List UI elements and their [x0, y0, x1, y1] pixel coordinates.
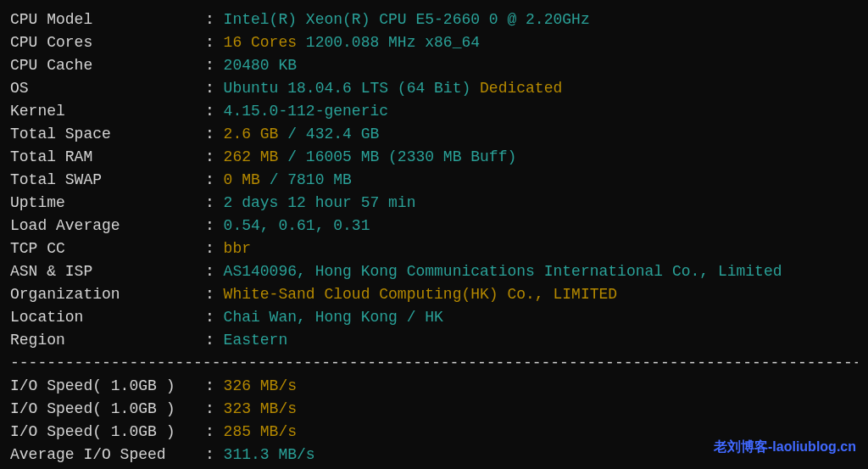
asn-isp-value: AS140096, Hong Kong Communications Inter…	[224, 263, 782, 280]
organization-line: Organization: White-Sand Cloud Computing…	[10, 283, 858, 306]
io-test1-label: I/O Speed( 1.0GB )	[10, 375, 205, 398]
region-line: Region: Eastern	[10, 329, 858, 352]
total-ram-line: Total RAM: 262 MB / 16005 MB (2330 MB Bu…	[10, 146, 858, 169]
io-test2-line: I/O Speed( 1.0GB ): 323 MB/s	[10, 398, 858, 421]
cpu-model-label: CPU Model	[10, 8, 205, 31]
io-test3-label: I/O Speed( 1.0GB )	[10, 421, 205, 444]
organization-value: White-Sand Cloud Computing(HK) Co., LIMI…	[224, 286, 617, 303]
cpu-cache-line: CPU Cache: 20480 KB	[10, 54, 858, 77]
uptime-label: Uptime	[10, 192, 205, 215]
total-swap-label: Total SWAP	[10, 169, 205, 192]
total-space-used: 2.6 GB	[224, 126, 279, 142]
cpu-cores-line: CPU Cores: 16 Cores 1200.088 MHz x86_64	[10, 31, 858, 54]
load-avg-value: 0.54, 0.61, 0.31	[224, 217, 370, 234]
os-line: OS: Ubuntu 18.04.6 LTS (64 Bit) Dedicate…	[10, 77, 858, 100]
cpu-cores-label: CPU Cores	[10, 31, 205, 54]
tcp-cc-label: TCP CC	[10, 237, 205, 260]
region-label: Region	[10, 329, 205, 352]
watermark-cn: 老刘博客	[714, 439, 768, 454]
kernel-label: Kernel	[10, 100, 205, 123]
watermark-en: -laoliublog.cn	[768, 439, 856, 454]
io-test1-value: 326 MB/s	[224, 377, 297, 394]
os-value: Ubuntu 18.04.6 LTS (64 Bit)	[224, 80, 480, 97]
location-value: Chai Wan, Hong Kong / HK	[224, 309, 443, 326]
region-value: Eastern	[224, 332, 288, 349]
kernel-value: 4.15.0-112-generic	[224, 103, 388, 120]
location-label: Location	[10, 306, 205, 329]
total-space-sep: /	[278, 126, 305, 142]
total-space-line: Total Space: 2.6 GB / 432.4 GB	[10, 123, 858, 146]
total-ram-total: 16005 MB	[306, 148, 379, 165]
total-ram-used: 262 MB	[224, 148, 279, 165]
io-avg-value: 311.3 MB/s	[224, 446, 315, 463]
total-space-total: 432.4 GB	[306, 126, 379, 142]
divider-1: ----------------------------------------…	[10, 352, 858, 375]
location-line: Location: Chai Wan, Hong Kong / HK	[10, 306, 858, 329]
total-swap-total: 7810 MB	[287, 171, 352, 188]
total-swap-line: Total SWAP: 0 MB / 7810 MB	[10, 169, 858, 192]
io-test3-value: 285 MB/s	[224, 423, 297, 440]
total-swap-used: 0 MB	[224, 171, 260, 188]
kernel-line: Kernel: 4.15.0-112-generic	[10, 100, 858, 123]
io-avg-label: Average I/O Speed	[10, 444, 205, 466]
io-test1-line: I/O Speed( 1.0GB ): 326 MB/s	[10, 375, 858, 398]
tcp-cc-line: TCP CC: bbr	[10, 237, 858, 260]
io-test2-label: I/O Speed( 1.0GB )	[10, 398, 205, 421]
os-type: Dedicated	[480, 80, 562, 97]
cpu-cores-freq: 1200.088 MHz x86_64	[297, 34, 480, 51]
organization-label: Organization	[10, 283, 205, 306]
total-ram-buff: (2330 MB Buff)	[379, 148, 516, 165]
total-ram-sep: /	[278, 148, 305, 165]
total-ram-label: Total RAM	[10, 146, 205, 169]
cpu-model-line: CPU Model: Intel(R) Xeon(R) CPU E5-2660 …	[10, 8, 858, 31]
cpu-cores-count: 16 Cores	[224, 34, 297, 51]
cpu-cache-value: 20480 KB	[224, 57, 297, 74]
asn-isp-line: ASN & ISP: AS140096, Hong Kong Communica…	[10, 260, 858, 283]
asn-isp-label: ASN & ISP	[10, 260, 205, 283]
watermark: 老刘博客-laoliublog.cn	[714, 437, 856, 457]
load-avg-line: Load Average: 0.54, 0.61, 0.31	[10, 215, 858, 237]
os-label: OS	[10, 77, 205, 100]
uptime-line: Uptime: 2 days 12 hour 57 min	[10, 192, 858, 215]
load-avg-label: Load Average	[10, 215, 205, 237]
io-test2-value: 323 MB/s	[224, 400, 297, 417]
tcp-cc-value: bbr	[224, 240, 251, 257]
uptime-value: 2 days 12 hour 57 min	[224, 194, 416, 211]
cpu-cache-label: CPU Cache	[10, 54, 205, 77]
cpu-model-value: Intel(R) Xeon(R) CPU E5-2660 0 @ 2.20GHz	[224, 11, 590, 28]
total-space-label: Total Space	[10, 123, 205, 146]
total-swap-sep: /	[260, 171, 287, 188]
